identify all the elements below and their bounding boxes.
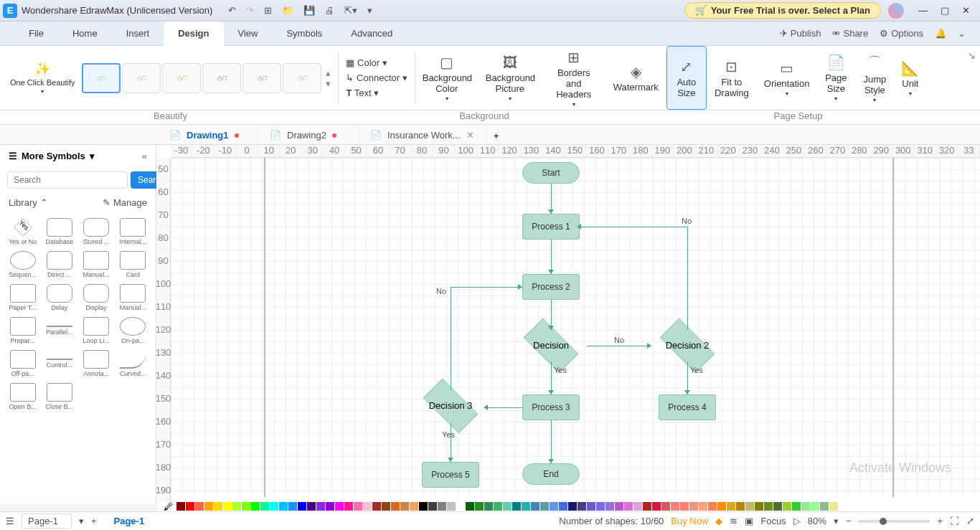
- unit-button[interactable]: 📐Unit▾: [894, 46, 926, 110]
- shape-item[interactable]: Database: [42, 217, 76, 247]
- shape-item[interactable]: On-pa...: [116, 316, 150, 346]
- save-icon[interactable]: 💾: [303, 5, 315, 16]
- connector[interactable]: [551, 420, 552, 463]
- color-swatch[interactable]: [251, 502, 260, 511]
- color-swatch[interactable]: [727, 502, 735, 511]
- diamond-icon[interactable]: ◆: [715, 516, 722, 526]
- page-size-button[interactable]: 📄Page Size▾: [816, 46, 855, 110]
- theme-4[interactable]: ◇□: [202, 63, 241, 93]
- bg-picture-button[interactable]: 🖼Background Picture▾: [479, 46, 542, 110]
- add-page-icon[interactable]: +: [91, 516, 97, 526]
- zoom-in-icon[interactable]: +: [937, 516, 943, 526]
- menu-insert[interactable]: Insert: [112, 22, 164, 46]
- color-swatch[interactable]: [326, 502, 334, 511]
- connector[interactable]: [451, 287, 522, 288]
- color-dropdown[interactable]: ▦ Color ▾: [346, 57, 407, 68]
- notification-icon[interactable]: 🔔: [935, 28, 946, 39]
- color-swatch[interactable]: [699, 502, 707, 511]
- trial-badge[interactable]: 🛒 Your Free Trial is over. Select a Plan: [684, 2, 881, 19]
- eyedropper-icon[interactable]: 🖉: [164, 501, 173, 512]
- shape-item[interactable]: Open B...: [6, 382, 39, 412]
- color-swatch[interactable]: [447, 502, 456, 511]
- color-swatch[interactable]: [232, 502, 241, 511]
- process4-node[interactable]: Process 4: [659, 394, 716, 420]
- theme-3[interactable]: ◇□: [162, 63, 201, 93]
- shape-item[interactable]: Prepar...: [6, 316, 39, 346]
- sidebar-title[interactable]: More Symbols: [22, 151, 85, 161]
- color-swatch[interactable]: [783, 502, 791, 511]
- shape-item[interactable]: Internal...: [116, 217, 150, 247]
- zoom-dropdown-icon[interactable]: ▾: [834, 516, 839, 526]
- page-tab[interactable]: Page-1: [104, 514, 155, 528]
- jump-style-button[interactable]: ⌒Jump Style▾: [855, 46, 894, 110]
- close-icon[interactable]: ✕: [962, 5, 970, 16]
- expand-ribbon-icon[interactable]: ↘: [963, 46, 980, 110]
- library-label[interactable]: Library: [9, 197, 37, 208]
- shape-item[interactable]: Card: [116, 250, 150, 280]
- connector[interactable]: [451, 423, 451, 462]
- menu-design[interactable]: Design: [164, 22, 223, 46]
- connector[interactable]: [580, 227, 687, 227]
- color-swatch[interactable]: [503, 502, 512, 511]
- zoom-out-icon[interactable]: −: [846, 516, 852, 526]
- decision3-node[interactable]: Decision 3: [415, 389, 486, 423]
- theme-6[interactable]: ◇□: [283, 63, 321, 93]
- minimize-icon[interactable]: —: [918, 5, 928, 16]
- color-swatch[interactable]: [223, 502, 232, 511]
- collapse-ribbon-icon[interactable]: ⌄: [958, 28, 966, 39]
- color-swatch[interactable]: [335, 502, 344, 511]
- search-input[interactable]: [7, 171, 128, 189]
- color-swatch[interactable]: [615, 502, 623, 511]
- menu-view[interactable]: View: [224, 22, 273, 46]
- color-swatch[interactable]: [363, 502, 372, 511]
- color-swatch[interactable]: [540, 502, 549, 511]
- color-swatch[interactable]: [606, 502, 614, 511]
- color-swatch[interactable]: [652, 502, 661, 511]
- color-swatch[interactable]: [624, 502, 633, 511]
- shape-item[interactable]: Loop Li...: [80, 316, 113, 346]
- color-swatch[interactable]: [736, 502, 745, 511]
- outline-icon[interactable]: ☰: [6, 516, 14, 526]
- theme-down-icon[interactable]: ▾: [326, 78, 331, 89]
- zoom-slider[interactable]: [858, 520, 930, 523]
- color-swatch[interactable]: [708, 502, 717, 511]
- bg-color-button[interactable]: ▢Background Color▾: [415, 46, 479, 110]
- color-swatch[interactable]: [820, 502, 829, 511]
- process3-node[interactable]: Process 3: [522, 394, 580, 420]
- redo-icon[interactable]: ↷: [246, 5, 254, 16]
- color-swatch[interactable]: [419, 502, 428, 511]
- shape-item[interactable]: Parallel...: [42, 316, 76, 346]
- auto-size-button[interactable]: ⤢Auto Size: [666, 46, 707, 110]
- color-swatch[interactable]: [633, 502, 642, 511]
- orientation-button[interactable]: ▭Orientation▾: [757, 46, 817, 110]
- undo-icon[interactable]: ↶: [228, 5, 236, 16]
- page-selector[interactable]: Page-1: [22, 514, 72, 529]
- borders-button[interactable]: ⊞Borders and Headers▾: [542, 46, 606, 110]
- presentation-icon[interactable]: ▣: [745, 516, 753, 526]
- color-swatch[interactable]: [400, 502, 409, 511]
- menu-symbols[interactable]: Symbols: [272, 22, 336, 46]
- color-swatch[interactable]: [270, 502, 278, 511]
- color-swatch[interactable]: [829, 502, 838, 511]
- color-swatch[interactable]: [391, 502, 400, 511]
- color-swatch[interactable]: [680, 502, 689, 511]
- shape-item[interactable]: Sequen...: [6, 250, 39, 280]
- options-button[interactable]: ⚙ Options: [880, 28, 923, 39]
- shape-item[interactable]: Control...: [42, 349, 76, 379]
- buy-now-link[interactable]: Buy Now: [671, 516, 708, 526]
- theme-up-icon[interactable]: ▴: [326, 67, 331, 78]
- color-swatch[interactable]: [559, 502, 567, 511]
- color-swatch[interactable]: [671, 502, 679, 511]
- export-icon[interactable]: ⇱▾: [344, 5, 357, 16]
- color-swatch[interactable]: [643, 502, 651, 511]
- manage-button[interactable]: ✎ Manage: [103, 197, 147, 208]
- color-swatch[interactable]: [466, 502, 474, 511]
- fit-page-icon[interactable]: ⛶: [950, 516, 959, 526]
- doc-tab[interactable]: 📄Insurance Work...✕: [359, 126, 486, 144]
- connector[interactable]: [551, 240, 552, 274]
- new-tab-button[interactable]: +: [486, 128, 507, 144]
- more-icon[interactable]: ▾: [367, 5, 372, 16]
- process1-node[interactable]: Process 1: [522, 214, 580, 240]
- shape-item[interactable]: Off-pa...: [6, 349, 39, 379]
- shape-item[interactable]: Display: [80, 283, 113, 313]
